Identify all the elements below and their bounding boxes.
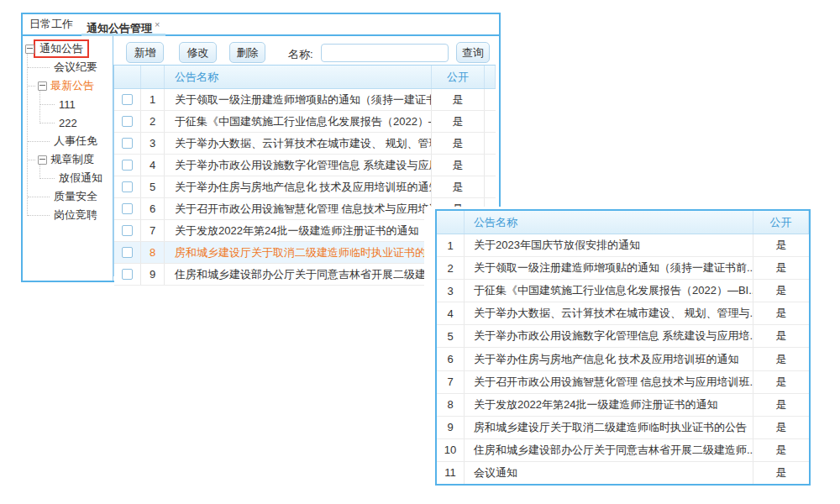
announcement-title[interactable]: 关于召开市政公用设施智慧化管理 信息技术与应用培训班... xyxy=(465,371,753,393)
table-row[interactable]: 1 关于领取一级注册建造师增项贴的通知（须持一建证书前... 是 xyxy=(114,89,496,111)
tab-daily-work[interactable]: 日常工作 xyxy=(29,14,73,34)
tree-collapse-icon[interactable] xyxy=(25,45,34,54)
tree-item[interactable]: 人事任免 xyxy=(23,132,112,150)
column-header-public: 公开 xyxy=(432,66,485,88)
tree-collapse-icon[interactable] xyxy=(38,155,47,165)
announcement-title[interactable]: 关于举办市政公用设施数字化管理信息 系统建设与应用培... xyxy=(465,325,753,347)
table-row[interactable]: 5 关于举办住房与房地产信息化 技术及应用培训班的通知 是 xyxy=(114,176,496,198)
tree-connector-line xyxy=(39,164,40,179)
tree-item-label: 会议纪要 xyxy=(52,59,99,76)
row-index: 7 xyxy=(437,371,465,393)
tree-item[interactable]: 放假通知 xyxy=(23,169,112,187)
row-checkbox[interactable] xyxy=(122,160,133,171)
filler-cell xyxy=(485,133,496,154)
public-flag: 是 xyxy=(432,155,485,176)
row-index: 9 xyxy=(437,417,465,438)
table-header-row: 公告名称 公开 xyxy=(437,211,809,234)
announcement-title[interactable]: 住房和城乡建设部办公厅关于同意吉林省开展二级建造师... xyxy=(165,264,432,285)
announcement-title[interactable]: 关于发放2022年第24批一级建造师注册证书的通知 xyxy=(465,394,753,416)
tree-connector-line xyxy=(27,53,28,216)
announcement-title[interactable]: 住房和城乡建设部办公厅关于同意吉林省开展二级建造师... xyxy=(465,439,753,461)
tree-item[interactable]: 最新公告 xyxy=(23,76,112,95)
tree-item-label: 规章制度 xyxy=(49,151,96,168)
table-row[interactable]: 4 关于举办市政公用设施数字化管理信息 系统建设与应用培... 是 xyxy=(114,155,496,176)
table-row[interactable]: 7 关于召开市政公用设施智慧化管理 信息技术与应用培训班... 是 xyxy=(437,371,809,394)
row-checkbox[interactable] xyxy=(122,225,133,236)
checkbox-cell xyxy=(114,220,141,241)
table-row[interactable]: 1 关于2023年国庆节放假安排的通知 是 xyxy=(437,234,809,257)
tree-item[interactable]: 质量安全 xyxy=(23,187,112,206)
tree-item[interactable]: 通知公告 xyxy=(23,39,112,58)
announcement-title[interactable]: 于征集《中国建筑施工行业信息化发展报告（2022）—BI... xyxy=(165,111,432,132)
announcement-title[interactable]: 关于领取一级注册建造师增项贴的通知（须持一建证书前... xyxy=(165,89,432,110)
tree-item[interactable]: 规章制度 xyxy=(23,150,112,169)
announcement-title[interactable]: 关于召开市政公用设施智慧化管理 信息技术与应用培训班... xyxy=(165,198,432,219)
row-checkbox[interactable] xyxy=(122,116,133,127)
announcement-title[interactable]: 关于发放2022年第24批一级建造师注册证书的通知 xyxy=(165,220,432,241)
close-icon[interactable]: × xyxy=(155,19,160,29)
announcement-title[interactable]: 关于举办住房与房地产信息化 技术及应用培训班的通知 xyxy=(465,348,753,370)
overlay-announcement-table: 公告名称 公开 1 关于2023年国庆节放假安排的通知 是 2 关于领取一级注册… xyxy=(435,209,811,486)
row-index: 2 xyxy=(437,257,465,279)
table-row[interactable]: 6 关于举办住房与房地产信息化 技术及应用培训班的通知 是 xyxy=(437,348,809,370)
add-button[interactable]: 新增 xyxy=(126,42,164,63)
row-checkbox[interactable] xyxy=(122,181,133,192)
tree-item[interactable]: 222 xyxy=(23,113,112,132)
tree-collapse-icon[interactable] xyxy=(38,81,47,91)
table-row[interactable]: 4 关于举办大数据、云计算技术在城市建设、 规划、管理与... 是 xyxy=(437,302,809,325)
checkbox-cell xyxy=(114,111,141,132)
announcement-title[interactable]: 会议通知 xyxy=(465,462,753,484)
row-checkbox[interactable] xyxy=(122,138,133,149)
checkbox-cell xyxy=(114,242,141,263)
screenshot-canvas: 日常工作 通知公告管理× 通知公告 xyxy=(0,0,840,504)
announcement-title[interactable]: 于征集《中国建筑施工行业信息化发展报告（2022）—BI... xyxy=(465,280,753,302)
table-row[interactable]: 3 关于举办大数据、云计算技术在城市建设、 规划、管理与... 是 xyxy=(114,133,496,155)
table-row[interactable]: 2 于征集《中国建筑施工行业信息化发展报告（2022）—BI... 是 xyxy=(114,111,496,133)
table-row[interactable]: 8 关于发放2022年第24批一级建造师注册证书的通知 是 xyxy=(437,394,809,417)
public-flag: 是 xyxy=(753,394,809,416)
row-index: 1 xyxy=(141,89,165,110)
announcement-title[interactable]: 房和城乡建设厅关于取消二级建造师临时执业证书的公告 xyxy=(165,242,432,263)
tab-notice-management[interactable]: 通知公告管理× xyxy=(87,14,160,34)
table-row[interactable]: 10 住房和城乡建设部办公厅关于同意吉林省开展二级建造师... 是 xyxy=(437,439,809,462)
delete-button[interactable]: 删除 xyxy=(229,42,265,63)
public-flag: 是 xyxy=(432,176,485,197)
announcement-title[interactable]: 关于举办大数据、云计算技术在城市建设、 规划、管理与... xyxy=(165,133,432,154)
edit-button[interactable]: 修改 xyxy=(179,42,217,63)
table-row[interactable]: 5 关于举办市政公用设施数字化管理信息 系统建设与应用培... 是 xyxy=(437,325,809,348)
row-checkbox[interactable] xyxy=(122,247,133,258)
announcement-title[interactable]: 关于举办市政公用设施数字化管理信息 系统建设与应用培... xyxy=(165,155,432,176)
row-index: 3 xyxy=(437,280,465,302)
row-index: 5 xyxy=(437,325,465,347)
name-filter-input[interactable] xyxy=(321,44,449,62)
tree-item[interactable]: 会议纪要 xyxy=(23,58,112,76)
announcement-title[interactable]: 关于领取一级注册建造师增项贴的通知（须持一建证书前... xyxy=(465,257,753,279)
column-header-public: 公开 xyxy=(753,211,809,234)
table-row[interactable]: 3 于征集《中国建筑施工行业信息化发展报告（2022）—BI... 是 xyxy=(437,280,809,302)
row-index: 11 xyxy=(437,462,465,484)
public-flag: 是 xyxy=(753,439,809,461)
table-row[interactable]: 2 关于领取一级注册建造师增项贴的通知（须持一建证书前... 是 xyxy=(437,257,809,280)
table-row[interactable]: 9 房和城乡建设厅关于取消二级建造师临时执业证书的公告 是 xyxy=(437,417,809,439)
announcement-title[interactable]: 房和城乡建设厅关于取消二级建造师临时执业证书的公告 xyxy=(465,417,753,438)
table-row[interactable]: 11 会议通知 是 xyxy=(437,462,809,484)
header-index-cell xyxy=(437,211,465,234)
row-checkbox[interactable] xyxy=(122,94,133,105)
tree-item[interactable]: 岗位竞聘 xyxy=(23,206,112,224)
announcement-title[interactable]: 关于2023年国庆节放假安排的通知 xyxy=(465,234,753,256)
public-flag: 是 xyxy=(432,111,485,132)
row-index: 2 xyxy=(141,111,165,132)
row-index: 8 xyxy=(437,394,465,416)
category-tree: 通知公告 会议纪要 最新公告 111 xyxy=(23,39,112,224)
public-flag: 是 xyxy=(753,462,809,484)
announcement-title[interactable]: 关于举办大数据、云计算技术在城市建设、 规划、管理与... xyxy=(465,302,753,324)
filler-cell xyxy=(485,89,496,110)
row-checkbox[interactable] xyxy=(122,203,133,214)
checkbox-cell xyxy=(114,89,141,110)
row-index: 6 xyxy=(437,348,465,370)
row-checkbox[interactable] xyxy=(122,269,133,280)
tree-item[interactable]: 111 xyxy=(23,95,112,113)
header-checkbox-cell xyxy=(114,66,141,88)
announcement-title[interactable]: 关于举办住房与房地产信息化 技术及应用培训班的通知 xyxy=(165,176,432,197)
search-button[interactable]: 查询 xyxy=(456,42,490,63)
